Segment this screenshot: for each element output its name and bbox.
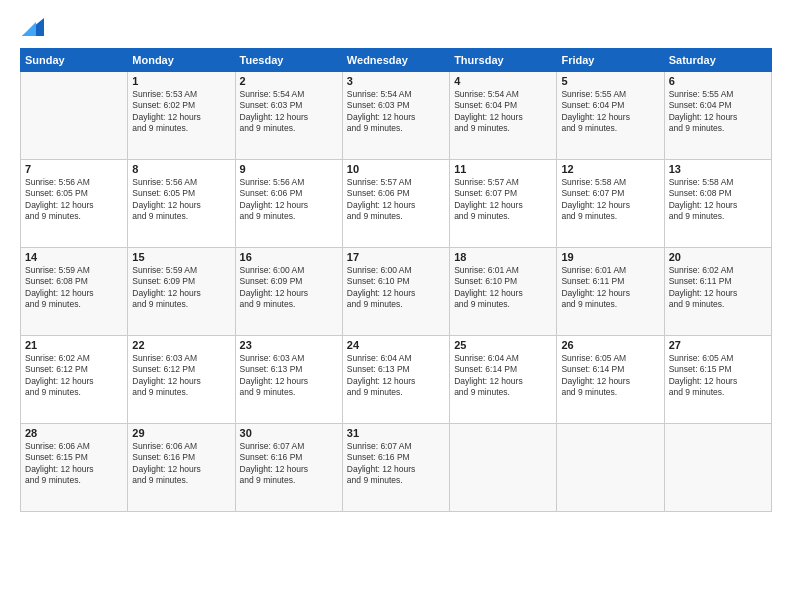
calendar-cell: 3Sunrise: 5:54 AM Sunset: 6:03 PM Daylig… <box>342 72 449 160</box>
day-number: 22 <box>132 339 230 351</box>
header <box>20 18 772 38</box>
day-number: 23 <box>240 339 338 351</box>
weekday-header: Friday <box>557 49 664 72</box>
day-number: 12 <box>561 163 659 175</box>
calendar-cell: 1Sunrise: 5:53 AM Sunset: 6:02 PM Daylig… <box>128 72 235 160</box>
day-info: Sunrise: 5:56 AM Sunset: 6:06 PM Dayligh… <box>240 177 338 223</box>
calendar-cell: 15Sunrise: 5:59 AM Sunset: 6:09 PM Dayli… <box>128 248 235 336</box>
day-info: Sunrise: 6:00 AM Sunset: 6:10 PM Dayligh… <box>347 265 445 311</box>
page: SundayMondayTuesdayWednesdayThursdayFrid… <box>0 0 792 612</box>
day-info: Sunrise: 5:55 AM Sunset: 6:04 PM Dayligh… <box>669 89 767 135</box>
day-info: Sunrise: 5:54 AM Sunset: 6:04 PM Dayligh… <box>454 89 552 135</box>
day-number: 18 <box>454 251 552 263</box>
calendar-cell: 10Sunrise: 5:57 AM Sunset: 6:06 PM Dayli… <box>342 160 449 248</box>
calendar-cell: 22Sunrise: 6:03 AM Sunset: 6:12 PM Dayli… <box>128 336 235 424</box>
day-number: 4 <box>454 75 552 87</box>
weekday-header: Sunday <box>21 49 128 72</box>
day-info: Sunrise: 6:05 AM Sunset: 6:14 PM Dayligh… <box>561 353 659 399</box>
calendar-cell: 14Sunrise: 5:59 AM Sunset: 6:08 PM Dayli… <box>21 248 128 336</box>
calendar-cell: 19Sunrise: 6:01 AM Sunset: 6:11 PM Dayli… <box>557 248 664 336</box>
calendar-cell: 8Sunrise: 5:56 AM Sunset: 6:05 PM Daylig… <box>128 160 235 248</box>
day-info: Sunrise: 5:54 AM Sunset: 6:03 PM Dayligh… <box>347 89 445 135</box>
day-number: 30 <box>240 427 338 439</box>
day-info: Sunrise: 6:00 AM Sunset: 6:09 PM Dayligh… <box>240 265 338 311</box>
day-number: 24 <box>347 339 445 351</box>
day-number: 7 <box>25 163 123 175</box>
calendar-cell: 20Sunrise: 6:02 AM Sunset: 6:11 PM Dayli… <box>664 248 771 336</box>
calendar-cell <box>21 72 128 160</box>
calendar-week-row: 28Sunrise: 6:06 AM Sunset: 6:15 PM Dayli… <box>21 424 772 512</box>
day-info: Sunrise: 6:01 AM Sunset: 6:10 PM Dayligh… <box>454 265 552 311</box>
day-number: 28 <box>25 427 123 439</box>
calendar-cell: 2Sunrise: 5:54 AM Sunset: 6:03 PM Daylig… <box>235 72 342 160</box>
day-info: Sunrise: 6:06 AM Sunset: 6:15 PM Dayligh… <box>25 441 123 487</box>
calendar-cell: 31Sunrise: 6:07 AM Sunset: 6:16 PM Dayli… <box>342 424 449 512</box>
weekday-header: Thursday <box>450 49 557 72</box>
calendar-cell: 29Sunrise: 6:06 AM Sunset: 6:16 PM Dayli… <box>128 424 235 512</box>
weekday-header: Tuesday <box>235 49 342 72</box>
day-number: 27 <box>669 339 767 351</box>
calendar-week-row: 21Sunrise: 6:02 AM Sunset: 6:12 PM Dayli… <box>21 336 772 424</box>
day-number: 1 <box>132 75 230 87</box>
calendar-cell: 17Sunrise: 6:00 AM Sunset: 6:10 PM Dayli… <box>342 248 449 336</box>
weekday-header: Wednesday <box>342 49 449 72</box>
day-info: Sunrise: 6:03 AM Sunset: 6:13 PM Dayligh… <box>240 353 338 399</box>
calendar-cell: 28Sunrise: 6:06 AM Sunset: 6:15 PM Dayli… <box>21 424 128 512</box>
calendar-body: 1Sunrise: 5:53 AM Sunset: 6:02 PM Daylig… <box>21 72 772 512</box>
calendar-cell: 7Sunrise: 5:56 AM Sunset: 6:05 PM Daylig… <box>21 160 128 248</box>
calendar-cell: 5Sunrise: 5:55 AM Sunset: 6:04 PM Daylig… <box>557 72 664 160</box>
logo-icon <box>22 18 44 36</box>
day-info: Sunrise: 6:04 AM Sunset: 6:13 PM Dayligh… <box>347 353 445 399</box>
day-info: Sunrise: 6:01 AM Sunset: 6:11 PM Dayligh… <box>561 265 659 311</box>
day-number: 11 <box>454 163 552 175</box>
day-number: 14 <box>25 251 123 263</box>
calendar-week-row: 7Sunrise: 5:56 AM Sunset: 6:05 PM Daylig… <box>21 160 772 248</box>
calendar-week-row: 14Sunrise: 5:59 AM Sunset: 6:08 PM Dayli… <box>21 248 772 336</box>
day-number: 21 <box>25 339 123 351</box>
day-number: 15 <box>132 251 230 263</box>
day-number: 6 <box>669 75 767 87</box>
calendar-header: SundayMondayTuesdayWednesdayThursdayFrid… <box>21 49 772 72</box>
day-info: Sunrise: 5:57 AM Sunset: 6:07 PM Dayligh… <box>454 177 552 223</box>
calendar-cell <box>450 424 557 512</box>
calendar-cell: 27Sunrise: 6:05 AM Sunset: 6:15 PM Dayli… <box>664 336 771 424</box>
day-info: Sunrise: 6:05 AM Sunset: 6:15 PM Dayligh… <box>669 353 767 399</box>
day-number: 2 <box>240 75 338 87</box>
day-number: 10 <box>347 163 445 175</box>
logo <box>20 18 44 38</box>
day-number: 31 <box>347 427 445 439</box>
calendar-cell <box>557 424 664 512</box>
day-info: Sunrise: 6:07 AM Sunset: 6:16 PM Dayligh… <box>347 441 445 487</box>
day-info: Sunrise: 6:04 AM Sunset: 6:14 PM Dayligh… <box>454 353 552 399</box>
calendar-cell: 16Sunrise: 6:00 AM Sunset: 6:09 PM Dayli… <box>235 248 342 336</box>
day-info: Sunrise: 5:58 AM Sunset: 6:08 PM Dayligh… <box>669 177 767 223</box>
calendar-cell: 21Sunrise: 6:02 AM Sunset: 6:12 PM Dayli… <box>21 336 128 424</box>
calendar-cell: 18Sunrise: 6:01 AM Sunset: 6:10 PM Dayli… <box>450 248 557 336</box>
calendar-cell <box>664 424 771 512</box>
day-info: Sunrise: 5:58 AM Sunset: 6:07 PM Dayligh… <box>561 177 659 223</box>
day-info: Sunrise: 5:55 AM Sunset: 6:04 PM Dayligh… <box>561 89 659 135</box>
calendar-cell: 24Sunrise: 6:04 AM Sunset: 6:13 PM Dayli… <box>342 336 449 424</box>
svg-marker-1 <box>22 22 36 36</box>
day-number: 16 <box>240 251 338 263</box>
weekday-header: Monday <box>128 49 235 72</box>
calendar-cell: 12Sunrise: 5:58 AM Sunset: 6:07 PM Dayli… <box>557 160 664 248</box>
weekday-header: Saturday <box>664 49 771 72</box>
weekday-row: SundayMondayTuesdayWednesdayThursdayFrid… <box>21 49 772 72</box>
day-info: Sunrise: 5:54 AM Sunset: 6:03 PM Dayligh… <box>240 89 338 135</box>
calendar-cell: 30Sunrise: 6:07 AM Sunset: 6:16 PM Dayli… <box>235 424 342 512</box>
day-info: Sunrise: 5:59 AM Sunset: 6:08 PM Dayligh… <box>25 265 123 311</box>
calendar-cell: 6Sunrise: 5:55 AM Sunset: 6:04 PM Daylig… <box>664 72 771 160</box>
day-info: Sunrise: 5:56 AM Sunset: 6:05 PM Dayligh… <box>132 177 230 223</box>
calendar-cell: 11Sunrise: 5:57 AM Sunset: 6:07 PM Dayli… <box>450 160 557 248</box>
day-info: Sunrise: 5:59 AM Sunset: 6:09 PM Dayligh… <box>132 265 230 311</box>
calendar-cell: 4Sunrise: 5:54 AM Sunset: 6:04 PM Daylig… <box>450 72 557 160</box>
calendar-cell: 26Sunrise: 6:05 AM Sunset: 6:14 PM Dayli… <box>557 336 664 424</box>
day-number: 19 <box>561 251 659 263</box>
day-info: Sunrise: 5:53 AM Sunset: 6:02 PM Dayligh… <box>132 89 230 135</box>
day-number: 17 <box>347 251 445 263</box>
day-number: 20 <box>669 251 767 263</box>
day-info: Sunrise: 6:06 AM Sunset: 6:16 PM Dayligh… <box>132 441 230 487</box>
day-info: Sunrise: 6:02 AM Sunset: 6:12 PM Dayligh… <box>25 353 123 399</box>
day-info: Sunrise: 6:07 AM Sunset: 6:16 PM Dayligh… <box>240 441 338 487</box>
